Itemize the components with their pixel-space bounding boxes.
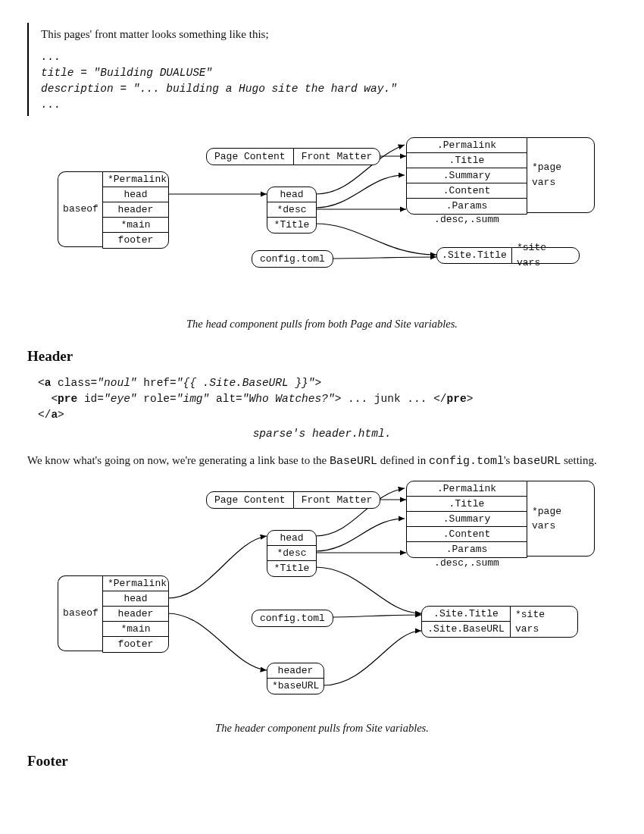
pagevar-cell: .Permalink	[407, 138, 527, 153]
sitevars-label: *site vars	[510, 606, 578, 638]
pagecontent-frontmatter: Page Content Front Matter	[206, 148, 380, 165]
baseof-cell: head	[103, 591, 168, 607]
head-cell: *Title	[267, 561, 316, 576]
config-toml: config.toml	[252, 250, 333, 268]
pagevar-cell: .Params .desc,.summ	[407, 542, 527, 557]
sitevar-cell: .Site.Title	[437, 248, 511, 263]
pagevar-cell: .Title	[407, 153, 527, 168]
baseof-cell: footer	[103, 233, 168, 248]
header-code-caption: sparse's header.html.	[27, 426, 617, 443]
sitevar-cell: .Site.BaseURL	[422, 622, 510, 637]
header-cell: *baseURL	[267, 679, 324, 694]
head-cell: *desc	[267, 546, 316, 561]
diagram2-caption: The header component pulls from Site var…	[27, 720, 617, 737]
pagevar-cell: .Summary	[407, 168, 527, 183]
header-cell: header	[267, 663, 324, 679]
config-toml: config.toml	[252, 610, 333, 627]
head-cell: head	[267, 531, 316, 546]
baseof-label: baseof	[58, 171, 103, 247]
baseof-cell: header	[103, 202, 168, 218]
baseof-cell: *Permalink	[103, 172, 168, 187]
pagevar-cell: .Content	[407, 527, 527, 542]
pagecontent-label: Page Content	[207, 492, 294, 508]
header-heading: Header	[27, 346, 617, 368]
pagevar-cell: .Content	[407, 183, 527, 199]
header-code: <a class="noul" href="{{ .Site.BaseURL }…	[38, 375, 617, 423]
head-cell: head	[267, 187, 316, 202]
baseof-cell: footer	[103, 637, 168, 652]
head-cell: *desc	[267, 202, 316, 218]
baseof-cell: *main	[103, 218, 168, 233]
sitevar-cell: .Site.Title	[422, 607, 510, 622]
diagram-header: baseof *Permalink head header *main foot…	[27, 481, 617, 716]
sitevars-label: *site vars	[511, 247, 580, 264]
pagecontent-label: Page Content	[207, 149, 294, 165]
pagecontent-frontmatter: Page Content Front Matter	[206, 491, 380, 509]
pagevar-cell: .Title	[407, 497, 527, 512]
frontmatter-label: Front Matter	[294, 149, 380, 165]
diagram-head: baseof *Permalink head header *main foot…	[27, 137, 617, 312]
pagevar-cell: .Permalink	[407, 481, 527, 497]
baseof-label: baseof	[58, 575, 103, 651]
header-paragraph: We know what's going on now, we're gener…	[27, 452, 617, 471]
baseof-cell: *Permalink	[103, 576, 168, 591]
baseof-cell: *main	[103, 622, 168, 637]
pagevars-label: *page vars	[527, 481, 595, 557]
frontmatter-intro: This pages' front matter looks something…	[41, 26, 617, 43]
pagevar-cell: .Summary	[407, 512, 527, 527]
frontmatter-label: Front Matter	[294, 492, 380, 508]
head-cell: *Title	[267, 218, 316, 233]
frontmatter-code: ... title = "Building DUALUSE" descripti…	[41, 49, 617, 113]
frontmatter-block: This pages' front matter looks something…	[27, 23, 617, 116]
pagevar-cell: .Params .desc,.summ	[407, 199, 527, 214]
baseof-cell: head	[103, 187, 168, 202]
diagram1-caption: The head component pulls from both Page …	[27, 316, 617, 333]
baseof-cell: header	[103, 607, 168, 622]
pagevars-label: *page vars	[527, 137, 595, 213]
footer-heading: Footer	[27, 751, 617, 773]
